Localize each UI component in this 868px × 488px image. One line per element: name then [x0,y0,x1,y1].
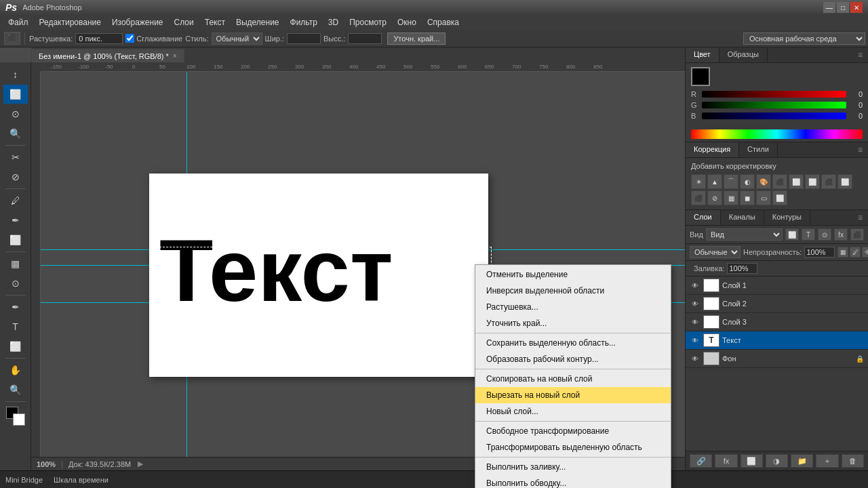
lock-move[interactable]: ✛ [862,247,868,258]
new-adjustment-button[interactable]: ◑ [766,454,788,468]
corr-channel-mixer[interactable]: ⬜ [837,174,852,189]
link-layers-button[interactable]: 🔗 [690,454,712,468]
blend-mode-select[interactable]: Обычные [690,246,741,258]
panel-options-correction[interactable]: ≡ [852,142,868,157]
corr-vibrance[interactable]: 🎨 [756,174,771,189]
layer-eye-text[interactable]: 👁 [690,335,701,346]
tab-color[interactable]: Цвет [686,47,719,62]
ctx-deselect[interactable]: Отменить выделение [475,266,671,283]
color-spectrum[interactable] [691,129,863,139]
panel-options-layers[interactable]: ≡ [852,210,868,225]
mini-bridge-label[interactable]: Mini Bridge [5,476,43,484]
tool-eyedropper[interactable]: ⊘ [3,167,28,186]
new-group-button[interactable]: 📁 [791,454,813,468]
tab-correction[interactable]: Коррекция [686,142,739,157]
menu-file[interactable]: Файл [3,16,34,28]
tool-move[interactable]: ↕ [3,65,28,84]
tab-close-button[interactable]: × [173,52,177,60]
style-select[interactable]: Обычный [212,33,262,45]
workspace-select[interactable]: Основная рабочая среда [743,33,865,45]
fg-bg-color-widget[interactable] [6,407,25,426]
g-slider[interactable] [702,102,846,108]
layer-eye-bg[interactable]: 👁 [690,353,701,364]
corr-selective-color[interactable]: ⬜ [772,190,787,205]
feather-input[interactable] [75,33,123,44]
close-button[interactable]: ✕ [850,2,863,13]
ctx-stroke[interactable]: Выполнить обводку... [475,475,671,488]
corr-gradient-map[interactable]: ▭ [756,190,771,205]
ctx-feather[interactable]: Растушевка... [475,299,671,315]
tab-samples[interactable]: Образцы [719,47,768,62]
layer-item-layer1[interactable]: 👁 Слой 1 [686,277,868,295]
r-slider[interactable] [702,91,846,98]
tool-pen[interactable]: ✒ [3,298,28,317]
ctx-refine[interactable]: Уточнить край... [475,315,671,331]
tool-shape[interactable]: ⬜ [3,337,28,356]
timeline-label[interactable]: Шкала времени [54,476,108,484]
corr-bw[interactable]: ⬜ [805,174,820,189]
tool-text[interactable]: T [3,317,28,336]
layer-eye-1[interactable]: 👁 [690,280,701,291]
layer-icon-2[interactable]: T [802,228,815,241]
tool-hand[interactable]: ✋ [3,361,28,380]
layer-item-layer2[interactable]: 👁 Слой 2 [686,295,868,313]
minimize-button[interactable]: — [823,2,835,13]
delete-layer-button[interactable]: 🗑 [842,454,864,468]
add-mask-button[interactable]: ⬜ [741,454,763,468]
tool-clone[interactable]: ✒ [3,211,28,230]
layer-eye-3[interactable]: 👁 [690,317,701,327]
opacity-input[interactable] [804,247,835,258]
corr-colorbalance[interactable]: ⬜ [789,174,804,189]
ctx-fill[interactable]: Выполнить заливку... [475,459,671,475]
layer-icon-5[interactable]: ⬛ [850,228,864,241]
new-layer-button[interactable]: + [816,454,838,468]
menu-layers[interactable]: Слои [169,16,199,28]
menu-help[interactable]: Справка [422,16,465,28]
kind-select[interactable]: Вид [706,228,783,241]
tab-styles[interactable]: Стили [739,142,778,157]
tab-paths[interactable]: Контуры [764,210,810,225]
tool-gradient[interactable]: ▦ [3,254,28,273]
layer-eye-2[interactable]: 👁 [690,298,701,309]
layer-icon-4[interactable]: fx [834,228,848,241]
maximize-button[interactable]: □ [837,2,849,13]
menu-select[interactable]: Выделение [231,16,285,28]
tool-quick-select[interactable]: 🔍 [3,124,28,143]
ctx-new-layer[interactable]: Новый слой... [475,403,671,420]
lock-paint[interactable]: 🖊 [850,247,861,258]
ctx-cut-layer[interactable]: Вырезать на новый слой [475,387,671,403]
tab-layers[interactable]: Слои [686,210,721,225]
menu-edit[interactable]: Редактирование [34,16,106,28]
corr-exposure[interactable]: ◐ [740,174,755,189]
refine-edge-button[interactable]: Уточн. край... [387,33,446,45]
menu-window[interactable]: Окно [392,16,422,28]
layer-icon-1[interactable]: ⬜ [785,228,799,241]
corr-curves[interactable]: ⌒ [724,174,738,189]
b-slider[interactable] [702,113,846,119]
corr-levels[interactable]: ▲ [707,174,722,189]
add-style-button[interactable]: fx [715,454,737,468]
corr-brightness[interactable]: ☀ [691,174,706,189]
fill-input[interactable] [727,263,757,274]
tool-crop[interactable]: ✂ [3,148,28,167]
corr-color-lookup[interactable]: ⬛ [691,190,706,205]
tool-rect-select[interactable]: ⬜ [3,85,28,104]
ctx-transform-selection[interactable]: Трансформировать выделенную область [475,439,671,455]
layers-list[interactable]: 👁 Слой 1 👁 Слой 2 👁 Слой 3 👁 T Текст 👁 [686,277,868,451]
tool-select-rect[interactable]: ⬛ [4,32,20,45]
layer-icon-3[interactable]: ⊙ [818,228,831,241]
menu-image[interactable]: Изображение [106,16,169,28]
corr-photo-filter[interactable]: ⬛ [821,174,836,189]
menu-text[interactable]: Текст [199,16,231,28]
ctx-make-path[interactable]: Образовать рабочий контур... [475,351,671,367]
tool-zoom[interactable]: 🔍 [3,380,28,399]
ctx-invert[interactable]: Инверсия выделенной области [475,283,671,299]
tool-dodge[interactable]: ⊙ [3,274,28,293]
menu-3d[interactable]: 3D [323,16,344,28]
height-input[interactable] [348,33,382,44]
document-tab[interactable]: Без имени-1 @ 100% (Текст, RGB/8) * × [31,49,184,62]
menu-view[interactable]: Просмотр [344,16,392,28]
status-arrow[interactable]: ▶ [136,460,144,468]
tool-eraser[interactable]: ⬜ [3,230,28,249]
ctx-copy-layer[interactable]: Скопировать на новый слой [475,371,671,387]
